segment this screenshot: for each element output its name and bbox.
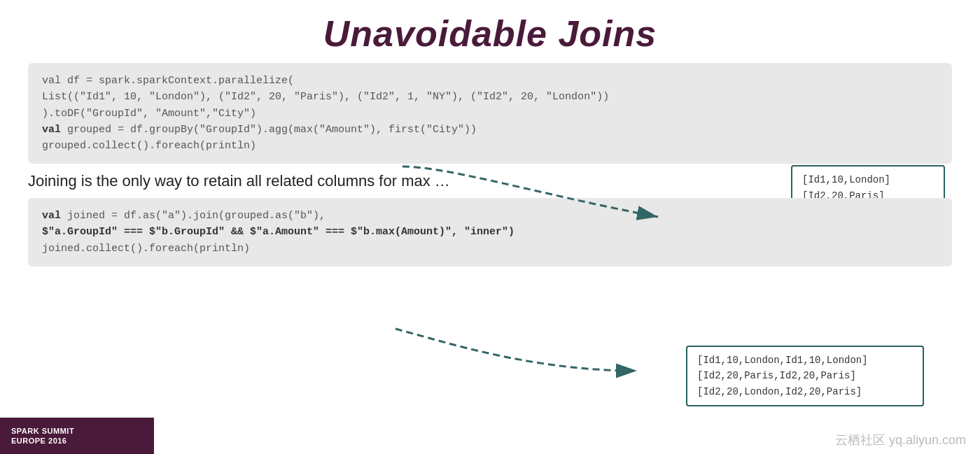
slide: Unavoidable Joins val df = spark.sparkCo… xyxy=(0,0,980,454)
code-top-line5: grouped.collect().foreach(println) xyxy=(42,138,938,154)
output-box2-line2: [Id2,20,Paris,Id2,20,Paris] xyxy=(697,368,913,383)
code-top-line1: val df = spark.sparkContext.parallelize( xyxy=(42,73,938,89)
middle-row: Joining is the only way to retain all re… xyxy=(28,171,952,192)
code-top-line4: val grouped = df.groupBy("GroupId").agg(… xyxy=(42,122,938,138)
code-block-top: val df = spark.sparkContext.parallelize(… xyxy=(28,63,952,164)
watermark: 云栖社区 yq.aliyun.com xyxy=(835,432,966,448)
bottom-bar: SPARK SUMMIT EUROPE 2016 xyxy=(0,418,154,454)
output-box-2: [Id1,10,London,Id1,10,London] [Id2,20,Pa… xyxy=(686,346,924,406)
output-box1-line1: [Id1,10,London] xyxy=(802,172,934,187)
code-bottom-line1: val joined = df.as("a").join(grouped.as(… xyxy=(42,208,938,224)
output-box2-line3: [Id2,20,London,Id2,20,Paris] xyxy=(697,384,913,399)
code-bottom-wrapper: val joined = df.as("a").join(grouped.as(… xyxy=(28,198,952,267)
code-top-wrapper: val df = spark.sparkContext.parallelize(… xyxy=(28,63,952,164)
code-top-line2: List(("Id1", 10, "London"), ("Id2", 20, … xyxy=(42,89,938,105)
code-bottom-line3: joined.collect().foreach(println) xyxy=(42,241,938,257)
code-block-bottom: val joined = df.as("a").join(grouped.as(… xyxy=(28,198,952,267)
code-bottom-line2: $"a.GroupId" === $"b.GroupId" && $"a.Amo… xyxy=(42,224,938,240)
slide-title: Unavoidable Joins xyxy=(28,0,952,63)
code-top-line3: ).toDF("GroupId", "Amount","City") xyxy=(42,106,938,122)
arrow-2 xyxy=(396,329,637,371)
bottom-bar-text: SPARK SUMMIT EUROPE 2016 xyxy=(11,426,74,446)
output-box2-line1: [Id1,10,London,Id1,10,London] xyxy=(697,353,913,368)
code-bottom-line1-kw: val xyxy=(42,210,61,222)
code-top-line4-kw: val xyxy=(42,124,61,136)
code-bottom-line1-rest: joined = df.as("a").join(grouped.as("b")… xyxy=(61,210,326,222)
code-top-line4-rest: grouped = df.groupBy("GroupId").agg(max(… xyxy=(61,124,477,136)
